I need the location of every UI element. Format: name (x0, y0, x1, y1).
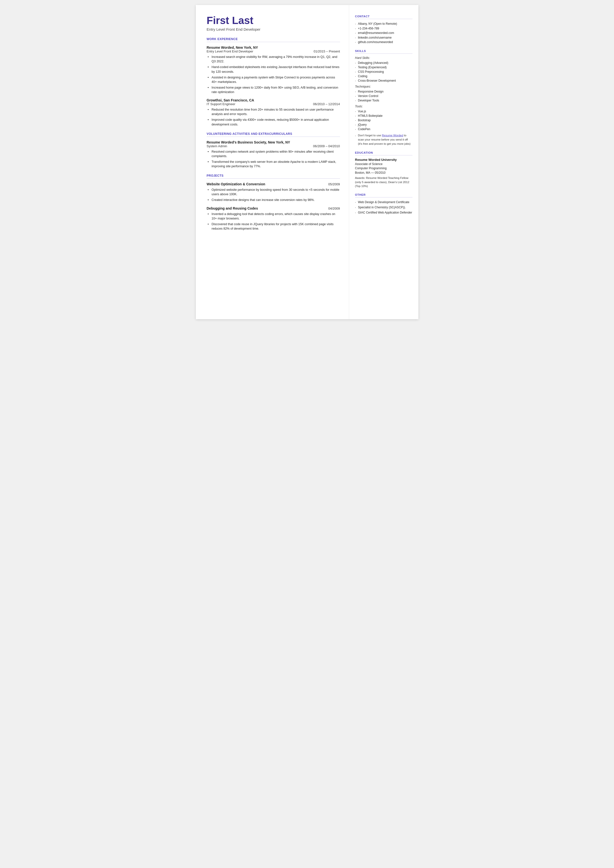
edu-major: Computer Programming (355, 166, 412, 171)
job-2-date: 06/2010 – 12/2014 (313, 102, 340, 106)
list-item: Invented a debugging tool that detects c… (208, 212, 340, 221)
contact-list: Albany, NY (Open to Remote) +1-234-456-7… (355, 22, 412, 45)
list-item: Discovered that code reuse in JQuery lib… (208, 222, 340, 231)
list-item: jQuery (355, 123, 412, 127)
project-2-title-row: Debugging and Reusing Codes 04/2009 (207, 207, 340, 210)
volunteer-1-company: Resume Worded's Business Society, New Yo… (207, 140, 290, 144)
job-block-1: Resume Worded, New York, NY Entry Level … (207, 45, 340, 94)
job-1-bullets: Increased search engine visibility for R… (208, 55, 340, 94)
list-item: Assisted in designing a payments system … (208, 75, 340, 84)
job-1-company: Resume Worded, New York, NY (207, 45, 258, 50)
list-item: Created interactive designs that can inc… (208, 198, 340, 202)
job-2-header-row: Growthsi, San Francisco, CA (207, 98, 340, 102)
job-1-title-row: Entry Level Front End Developer 01/2015 … (207, 50, 340, 53)
list-item: HTML5 Boilerplate (355, 113, 412, 118)
project-1-bullets: Optimized website performance by boostin… (208, 188, 340, 202)
list-item: Developer Tools (355, 98, 412, 103)
list-item: Increased home page views to 1200+ daily… (208, 85, 340, 94)
list-item: Testing (Experienced) (355, 65, 412, 70)
list-item: CSS Preprocessing (355, 70, 412, 74)
list-item: CodePen (355, 127, 412, 131)
job-1-header-row: Resume Worded, New York, NY (207, 45, 340, 50)
list-item: Debugging (Advanced) (355, 61, 412, 65)
volunteer-block-1: Resume Worded's Business Society, New Yo… (207, 140, 340, 169)
job-1-title: Entry Level Front End Developer (207, 50, 253, 53)
list-item: Increased search engine visibility for R… (208, 55, 340, 64)
education-block: Resume Worded University Associate of Sc… (355, 158, 412, 188)
job-block-2: Growthsi, San Francisco, CA IT Support E… (207, 98, 340, 127)
contact-header: CONTACT (355, 15, 412, 19)
job-2-title-row: IT Support Engineer 06/2010 – 12/2014 (207, 102, 340, 106)
list-item: Responsive Design (355, 89, 412, 94)
list-item: Cross-Browser Development (355, 78, 412, 83)
tools-list: Vue.js HTML5 Boilerplate Bootstrap jQuer… (355, 109, 412, 131)
candidate-title: Entry Level Front End Developer (207, 27, 340, 31)
volunteer-1-header-row: Resume Worded's Business Society, New Yo… (207, 140, 340, 144)
job-1-date: 01/2015 – Present (313, 50, 340, 53)
list-item: Albany, NY (Open to Remote) (355, 22, 412, 26)
work-experience-header: WORK EXPERIENCE (207, 37, 340, 42)
list-item: github.com/resumeworded (355, 40, 412, 45)
project-1-date: 05/2009 (329, 182, 340, 186)
list-item: Transformed the company's web server fro… (208, 160, 340, 169)
list-item: linkedin.com/in/username (355, 36, 412, 40)
hard-skills-list: Debugging (Advanced) Testing (Experience… (355, 61, 412, 83)
list-item: +1-234-456-789 (355, 26, 412, 31)
job-2-company: Growthsi, San Francisco, CA (207, 98, 254, 102)
list-item: GIAC Certified Web Application Defender (355, 210, 412, 215)
job-2-title: IT Support Engineer (207, 102, 236, 106)
job-2-bullets: Reduced the resolution time from 20+ min… (208, 107, 340, 127)
tools-label: Tools: (355, 105, 412, 108)
volunteer-1-bullets: Resolved complex network and system prob… (208, 149, 340, 169)
project-1-title: Website Optimization & Conversion (207, 182, 265, 186)
project-2-bullets: Invented a debugging tool that detects c… (208, 212, 340, 231)
list-item: Resolved complex network and system prob… (208, 149, 340, 158)
list-item: Web Design & Development Certificate (355, 200, 412, 204)
resume-worded-link[interactable]: Resume Worded (382, 134, 403, 137)
project-2-date: 04/2009 (329, 207, 340, 210)
projects-header: PROJECTS (207, 174, 340, 179)
volunteer-1-date: 06/2009 – 04/2010 (313, 144, 340, 148)
list-item: Version Control (355, 94, 412, 98)
list-item: Reduced the resolution time from 20+ min… (208, 107, 340, 116)
education-header: EDUCATION (355, 151, 412, 155)
list-item: Hand-coded embedded stylesheets into exi… (208, 65, 340, 74)
project-block-2: Debugging and Reusing Codes 04/2009 Inve… (207, 207, 340, 231)
list-item: Vue.js (355, 109, 412, 113)
edu-awards: Awards: Resume Worded Teaching Fellow (o… (355, 176, 412, 188)
resume-page: First Last Entry Level Front End Develop… (196, 5, 419, 319)
right-column: CONTACT Albany, NY (Open to Remote) +1-2… (349, 5, 419, 319)
volunteer-1-title: System Admin (207, 144, 227, 148)
candidate-name: First Last (207, 15, 340, 26)
list-item: Coding (355, 74, 412, 78)
skills-header: SKILLS (355, 50, 412, 54)
techniques-label: Techniques: (355, 85, 412, 89)
edu-location-date: Boston, MA — 05/2010 (355, 171, 412, 175)
other-list: Web Design & Development Certificate Spe… (355, 200, 412, 215)
skills-note: Don't forget to use Resume Worded to sca… (355, 134, 412, 146)
list-item: Improved code quality via 4300+ code rev… (208, 118, 340, 126)
volunteer-1-title-row: System Admin 06/2009 – 04/2010 (207, 144, 340, 148)
list-item: email@resumeworded.com (355, 31, 412, 36)
project-block-1: Website Optimization & Conversion 05/200… (207, 182, 340, 202)
techniques-list: Responsive Design Version Control Develo… (355, 89, 412, 103)
other-header: OTHER (355, 193, 412, 197)
edu-school: Resume Worded University (355, 158, 412, 161)
project-2-title: Debugging and Reusing Codes (207, 207, 258, 210)
project-1-title-row: Website Optimization & Conversion 05/200… (207, 182, 340, 186)
skills-note-text: Don't forget to use (358, 134, 382, 137)
name-block: First Last Entry Level Front End Develop… (207, 15, 340, 31)
hard-skills-label: Hard Skills: (355, 56, 412, 60)
edu-degree: Associate of Science (355, 162, 412, 166)
list-item: Bootstrap (355, 118, 412, 123)
left-column: First Last Entry Level Front End Develop… (196, 5, 349, 319)
list-item: Optimized website performance by boostin… (208, 188, 340, 196)
list-item: Specialist in Chemistry (SC(ASCP)). (355, 205, 412, 210)
volunteering-header: VOLUNTEERING ACTIVITIES AND EXTRACURRICU… (207, 132, 340, 137)
